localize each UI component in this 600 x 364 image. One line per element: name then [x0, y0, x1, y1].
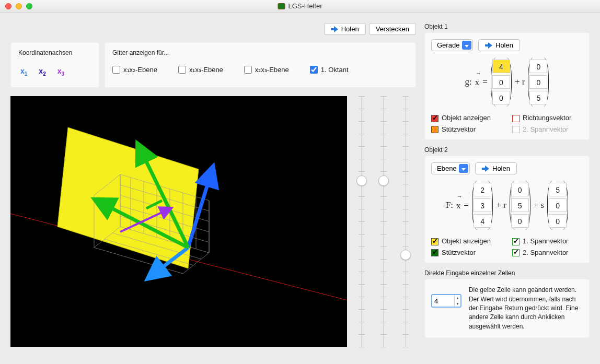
axis-x3[interactable]: x3 — [57, 67, 64, 77]
axes-panel: Koordinatenachsen x1 x2 x3 — [10, 42, 99, 88]
zoom-icon[interactable] — [26, 3, 32, 9]
chk-x2x3[interactable]: x₂x₃-Ebene — [244, 66, 289, 74]
direct-panel: ▲▼ Die gelbe Zelle kann geändert werden.… — [424, 279, 590, 338]
obj2-r2[interactable]: 0 — [511, 214, 529, 228]
obj2-chk-anzeigen[interactable]: Objekt anzeigen — [431, 237, 502, 245]
obj1-chk-spann2: 2. Spannvektor — [512, 125, 583, 134]
stepper-up-icon[interactable]: ▲ — [455, 295, 460, 301]
obj2-s1[interactable]: 0 — [549, 198, 567, 212]
obj2-chk-stuetz[interactable]: Stützvektor — [431, 249, 502, 257]
svg-marker-1 — [57, 127, 199, 268]
vslider-3[interactable] — [399, 96, 412, 347]
obj2-r0[interactable]: 0 — [511, 183, 529, 196]
obj2-p0[interactable]: 2 — [474, 183, 491, 196]
obj2-chk-spann2[interactable]: 2. Spannvektor — [512, 249, 583, 257]
minimize-icon[interactable] — [16, 3, 22, 9]
obj1-chk-richtung[interactable]: Richtungsvektor — [512, 114, 583, 122]
window-titlebar: LGS-Helfer — [0, 0, 600, 13]
obj1-p2[interactable]: 0 — [492, 91, 510, 104]
stepper-down-icon[interactable]: ▼ — [455, 301, 460, 307]
obj2-equation: F: x = 2 3 4 + r 0 5 0 + s — [431, 181, 583, 230]
arrow-right-icon — [331, 26, 338, 32]
app-icon — [278, 3, 285, 9]
obj1-d1[interactable]: 0 — [529, 75, 547, 89]
obj2-r1[interactable]: 5 — [511, 198, 529, 212]
obj1-d0[interactable]: 0 — [529, 60, 547, 73]
obj2-holen-button[interactable]: Holen — [475, 162, 517, 174]
obj2-panel: Ebene Holen F: x = 2 3 4 + — [424, 156, 590, 263]
obj1-chk-anzeigen[interactable]: Objekt anzeigen — [431, 114, 502, 122]
obj1-panel: Gerade Holen g: x = 4 0 0 — [424, 32, 590, 140]
arrow-right-icon — [485, 42, 492, 49]
obj2-p1[interactable]: 3 — [474, 198, 491, 212]
3d-viewport[interactable] — [10, 96, 347, 347]
vslider-1[interactable] — [355, 96, 368, 347]
obj1-p0[interactable]: 4 — [492, 60, 510, 73]
direct-help-text: Die gelbe Zelle kann geändert werden. De… — [469, 286, 583, 331]
grid-panel: Gitter anzeigen für... x₁x₂-Ebene x₁x₃-E… — [105, 42, 416, 88]
obj2-chk-spann1[interactable]: 1. Spannvektor — [512, 237, 583, 245]
axis-x2[interactable]: x2 — [39, 67, 45, 77]
obj2-s2[interactable]: 0 — [549, 214, 567, 228]
direct-header: Direkte Eingabe einzelner Zellen — [424, 269, 590, 277]
window-title: LGS-Helfer — [288, 2, 322, 10]
obj1-d2[interactable]: 5 — [529, 91, 547, 104]
chk-oktant[interactable]: 1. Oktant — [310, 66, 349, 74]
cell-value-input[interactable]: ▲▼ — [431, 294, 461, 308]
close-icon[interactable] — [5, 3, 11, 9]
obj2-s0[interactable]: 5 — [549, 183, 567, 196]
chk-x1x3[interactable]: x₁x₃-Ebene — [178, 66, 223, 74]
obj1-holen-button[interactable]: Holen — [478, 39, 520, 51]
obj1-header: Objekt 1 — [424, 23, 590, 30]
axis-x1[interactable]: x1 — [20, 67, 27, 77]
chk-x1x2[interactable]: x₁x₂-Ebene — [112, 66, 157, 74]
obj1-chk-stuetz[interactable]: Stützvektor — [431, 125, 502, 134]
obj1-type-select[interactable]: Gerade — [431, 39, 473, 51]
obj2-p2[interactable]: 4 — [474, 214, 491, 228]
arrow-right-icon — [482, 166, 489, 172]
obj2-header: Objekt 2 — [424, 146, 590, 154]
obj1-p1[interactable]: 0 — [492, 75, 510, 89]
obj2-type-select[interactable]: Ebene — [431, 162, 470, 174]
axes-title: Koordinatenachsen — [18, 49, 91, 56]
obj1-equation: g: x = 4 0 0 + r 0 0 5 — [431, 57, 583, 107]
verstecken-button[interactable]: Verstecken — [369, 23, 416, 35]
holen-button[interactable]: Holen — [324, 23, 366, 35]
vslider-2[interactable] — [377, 96, 390, 347]
grid-title: Gitter anzeigen für... — [112, 49, 408, 56]
